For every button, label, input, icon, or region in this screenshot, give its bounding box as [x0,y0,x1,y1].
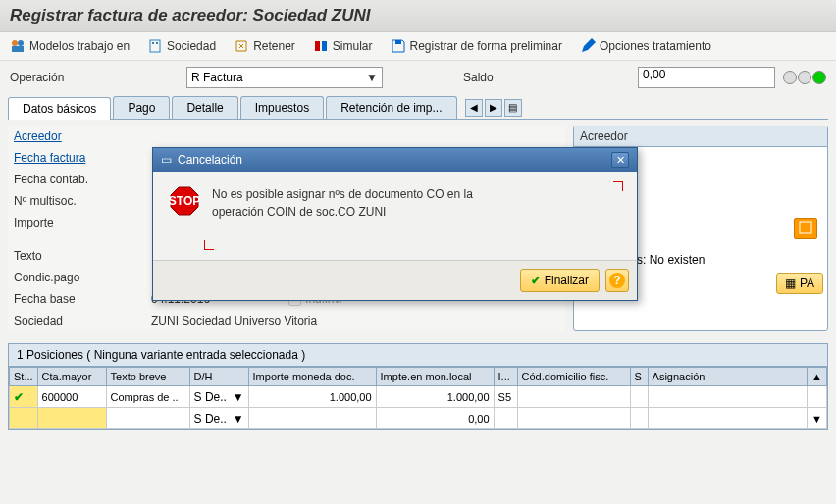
help-button[interactable]: ? [605,269,629,292]
svg-rect-8 [395,40,401,44]
multisoc-label: Nº multisoc. [14,194,151,208]
fecha-base-label: Fecha base [14,292,151,306]
toolbar-label: Sociedad [167,39,216,53]
cell-cta[interactable] [37,408,106,429]
col-asignacion[interactable]: Asignación [648,368,808,386]
check-icon: ✔ [14,390,24,404]
status-lights [783,71,826,84]
sociedad-value: ZUNI Sociedad Universo Vitoria [151,314,317,328]
svg-point-0 [12,40,18,46]
col-importe-loc[interactable]: Impte.en mon.local [376,368,494,386]
tab-retencion[interactable]: Retención de imp... [326,96,456,119]
operacion-label: Operación [10,71,177,84]
cell-i[interactable] [494,408,517,429]
finalizar-button[interactable]: ✔ Finalizar [520,269,600,292]
tab-prev-button[interactable]: ◀ [465,99,483,117]
svg-rect-2 [12,46,24,52]
col-texto-breve[interactable]: Texto breve [106,368,189,386]
tab-datos-basicos[interactable]: Datos básicos [8,97,111,120]
pa-button[interactable]: ▦ PA [776,273,823,294]
col-dh[interactable]: D/H [189,368,248,386]
svg-rect-6 [315,41,320,51]
toolbar-label: Registrar de forma preliminar [410,39,562,53]
toolbar-label: Modelos trabajo en [29,39,130,53]
grid-icon: ▦ [785,277,796,290]
importe-label: Importe [14,216,151,229]
table-row[interactable]: S De..▼ 0,00 ▼ [10,408,827,429]
cell-importe-doc[interactable]: 1.000,00 [248,386,376,408]
svg-rect-5 [156,42,158,44]
hold-icon [234,38,249,54]
cell-asig[interactable] [648,408,808,429]
cell-dh[interactable]: S De..▼ [189,408,248,429]
opciones-button[interactable]: Opciones tratamiento [580,38,711,54]
col-status[interactable]: St... [10,368,38,386]
cell-s[interactable] [630,386,648,408]
preliminar-button[interactable]: Registrar de forma preliminar [391,38,562,54]
check-icon: ✔ [531,274,541,287]
building-icon [147,38,163,54]
tab-pago[interactable]: Pago [113,96,170,119]
cancelacion-dialog: ▭ Cancelación ✕ STOP No es posible asign… [152,147,638,301]
operacion-select[interactable]: R Factura ▼ [186,67,383,88]
stop-icon: STOP [169,185,200,217]
dialog-message-1: No es posible asignar nºs de documento C… [212,185,473,203]
chevron-down-icon: ▼ [233,390,244,404]
svg-text:STOP: STOP [169,194,200,208]
tab-impuestos[interactable]: Impuestos [240,96,324,119]
help-icon: ? [609,273,625,288]
cell-dh[interactable]: S De..▼ [189,386,248,408]
tab-list-button[interactable]: ▤ [504,99,522,117]
texto-label: Texto [14,249,151,263]
col-cod-domicilio[interactable]: Cód.domicilio fisc. [517,368,630,386]
people-icon [10,38,26,54]
col-i[interactable]: I... [494,368,517,386]
condic-pago-label: Condic.pago [14,271,151,284]
acreedor-panel-title: Acreedor [574,126,827,147]
table-row[interactable]: ✔ 600000 Compras de .. S De..▼ 1.000,00 … [10,386,827,408]
chevron-down-icon: ▼ [366,71,378,84]
tab-next-button[interactable]: ▶ [485,99,502,117]
cell-asig[interactable] [648,386,808,408]
detail-button[interactable] [794,218,817,239]
cell-s[interactable] [630,408,648,429]
cell-importe-doc[interactable] [248,408,376,429]
cell-i[interactable]: S5 [494,386,517,408]
tab-detalle[interactable]: Detalle [172,96,237,119]
fecha-factura-link[interactable]: Fecha factura [14,151,151,165]
retener-button[interactable]: Retener [234,38,295,54]
cell-cod[interactable] [517,386,630,408]
modelos-trabajo-button[interactable]: Modelos trabajo en [10,38,130,54]
scrollbar[interactable]: ▲ [808,368,827,386]
cell-cta[interactable]: 600000 [37,386,106,408]
toolbar-label: Retener [253,39,295,53]
save-icon [391,38,406,54]
col-importe-doc[interactable]: Importe moneda doc. [248,368,376,386]
svg-rect-3 [150,40,160,52]
saldo-label: Saldo [463,71,630,84]
pencil-icon [580,38,596,54]
sociedad-button[interactable]: Sociedad [147,38,216,54]
col-cta-mayor[interactable]: Cta.mayor [37,368,106,386]
cell-cod[interactable] [517,408,630,429]
chevron-down-icon: ▼ [233,412,244,426]
simular-button[interactable]: Simular [313,38,373,54]
dialog-title: Cancelación [178,153,242,167]
svg-rect-4 [152,42,154,44]
acreedor-link[interactable]: Acreedor [14,129,151,143]
toolbar-label: Simular [333,39,373,53]
sociedad-label: Sociedad [14,314,151,328]
svg-point-1 [18,40,24,46]
cell-texto: Compras de .. [106,386,189,408]
col-s[interactable]: S [630,368,648,386]
cell-texto [106,408,189,429]
selection-corner [204,240,214,250]
saldo-field: 0,00 [638,67,775,88]
grid-title: 1 Posiciones ( Ninguna variante entrada … [9,344,827,367]
close-button[interactable]: ✕ [611,152,629,168]
svg-rect-9 [800,222,811,233]
cell-importe-loc: 1.000,00 [376,386,494,408]
dialog-message-2: operación COIN de soc.CO ZUNI [212,203,473,221]
fecha-contab-label: Fecha contab. [14,173,151,186]
simulate-icon [313,38,329,54]
